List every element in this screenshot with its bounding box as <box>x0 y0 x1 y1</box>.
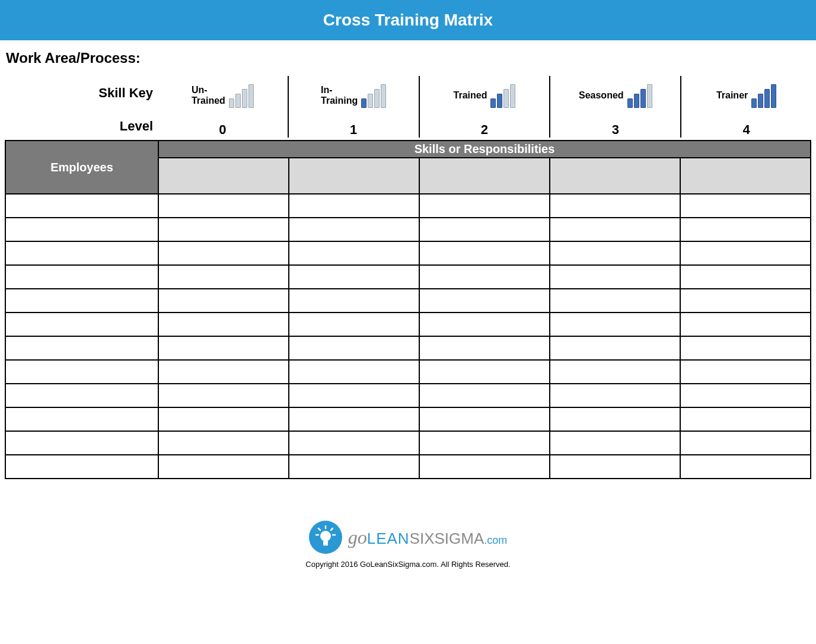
matrix-cell[interactable] <box>550 384 680 407</box>
matrix-cell[interactable] <box>289 265 419 289</box>
matrix-cell[interactable] <box>158 407 289 431</box>
signal-bars-icon <box>627 83 652 108</box>
matrix-cell[interactable] <box>550 218 680 241</box>
skill-level-label: In-Training <box>321 85 358 107</box>
svg-line-2 <box>331 528 333 530</box>
matrix-cell[interactable] <box>680 336 811 360</box>
matrix-cell[interactable] <box>289 384 419 407</box>
matrix-cell[interactable] <box>158 431 289 455</box>
level-number: 4 <box>742 122 750 138</box>
level-number: 2 <box>481 122 488 138</box>
matrix-cell[interactable] <box>680 360 811 384</box>
matrix-cell[interactable] <box>289 455 419 479</box>
matrix-cell[interactable] <box>419 194 550 218</box>
employee-name-cell[interactable] <box>5 455 158 479</box>
employee-name-cell[interactable] <box>5 265 158 289</box>
matrix-cell[interactable] <box>419 336 550 360</box>
level-number: 0 <box>219 122 226 138</box>
matrix-cell[interactable] <box>158 218 289 241</box>
matrix-cell[interactable] <box>680 289 811 313</box>
matrix-cell[interactable] <box>289 194 419 218</box>
employee-name-cell[interactable] <box>5 241 158 265</box>
skill-column-header[interactable] <box>550 158 680 194</box>
matrix-cell[interactable] <box>680 384 811 407</box>
matrix-cell[interactable] <box>289 313 419 336</box>
matrix-cell[interactable] <box>289 241 419 265</box>
table-row <box>5 431 811 455</box>
employee-name-cell[interactable] <box>5 384 158 407</box>
matrix-cell[interactable] <box>550 194 680 218</box>
skill-column-header[interactable] <box>680 158 811 194</box>
brand-text: goLEANSIXSIGMA.com <box>348 527 508 549</box>
employee-name-cell[interactable] <box>5 431 158 455</box>
footer: goLEANSIXSIGMA.com Copyright 2016 GoLean… <box>0 521 816 586</box>
matrix-cell[interactable] <box>550 455 680 479</box>
matrix-cell[interactable] <box>419 265 550 289</box>
matrix-cell[interactable] <box>158 455 289 479</box>
matrix-cell[interactable] <box>680 407 811 431</box>
employee-name-cell[interactable] <box>5 360 158 384</box>
skill-level-label: Trained <box>454 90 487 101</box>
matrix-cell[interactable] <box>158 289 289 313</box>
matrix-cell[interactable] <box>419 360 550 384</box>
employee-name-cell[interactable] <box>5 218 158 241</box>
employee-name-cell[interactable] <box>5 289 158 313</box>
matrix-cell[interactable] <box>550 313 680 336</box>
employees-header: Employees <box>5 141 158 194</box>
matrix-cell[interactable] <box>158 336 289 360</box>
skill-column-header[interactable] <box>419 158 550 194</box>
matrix-cell[interactable] <box>550 431 680 455</box>
table-row <box>5 384 811 407</box>
matrix-cell[interactable] <box>419 289 550 313</box>
signal-bars-icon <box>361 83 386 108</box>
level-label: Level <box>120 119 153 134</box>
employee-name-cell[interactable] <box>5 336 158 360</box>
skill-key-level-3: Seasoned3 <box>549 76 680 138</box>
matrix-cell[interactable] <box>158 265 289 289</box>
signal-bars-icon <box>229 83 254 108</box>
matrix-cell[interactable] <box>419 455 550 479</box>
matrix-cell[interactable] <box>550 407 680 431</box>
matrix-cell[interactable] <box>419 218 550 241</box>
matrix-cell[interactable] <box>680 194 811 218</box>
matrix-cell[interactable] <box>289 407 419 431</box>
matrix-cell[interactable] <box>419 384 550 407</box>
matrix-cell[interactable] <box>158 360 289 384</box>
employee-name-cell[interactable] <box>5 407 158 431</box>
matrix-cell[interactable] <box>289 289 419 313</box>
brand-six: SIXSIGMA <box>410 530 485 547</box>
matrix-cell[interactable] <box>550 241 680 265</box>
matrix-cell[interactable] <box>158 194 289 218</box>
skill-column-header[interactable] <box>289 158 419 194</box>
matrix-cell[interactable] <box>158 384 289 407</box>
work-area-label: Work Area/Process: <box>0 46 816 76</box>
matrix-cell[interactable] <box>550 265 680 289</box>
matrix-cell[interactable] <box>680 455 811 479</box>
table-row <box>5 360 811 384</box>
matrix-cell[interactable] <box>550 336 680 360</box>
skill-column-header[interactable] <box>158 158 289 194</box>
matrix-cell[interactable] <box>680 265 811 289</box>
matrix-cell[interactable] <box>680 241 811 265</box>
matrix-cell[interactable] <box>419 431 550 455</box>
employee-name-cell[interactable] <box>5 194 158 218</box>
matrix-cell[interactable] <box>680 313 811 336</box>
matrix-cell[interactable] <box>680 218 811 241</box>
table-row <box>5 336 811 360</box>
matrix-cell[interactable] <box>550 289 680 313</box>
matrix-cell[interactable] <box>289 360 419 384</box>
matrix-cell[interactable] <box>680 431 811 455</box>
matrix-cell[interactable] <box>419 313 550 336</box>
matrix-cell[interactable] <box>419 241 550 265</box>
matrix-cell[interactable] <box>289 431 419 455</box>
matrix-cell[interactable] <box>158 313 289 336</box>
matrix-cell[interactable] <box>289 336 419 360</box>
skill-level-label: Seasoned <box>579 90 624 101</box>
table-row <box>5 218 811 241</box>
employee-name-cell[interactable] <box>5 313 158 336</box>
level-number: 3 <box>612 122 619 138</box>
matrix-cell[interactable] <box>419 407 550 431</box>
matrix-cell[interactable] <box>289 218 419 241</box>
matrix-cell[interactable] <box>550 360 680 384</box>
matrix-cell[interactable] <box>158 241 289 265</box>
